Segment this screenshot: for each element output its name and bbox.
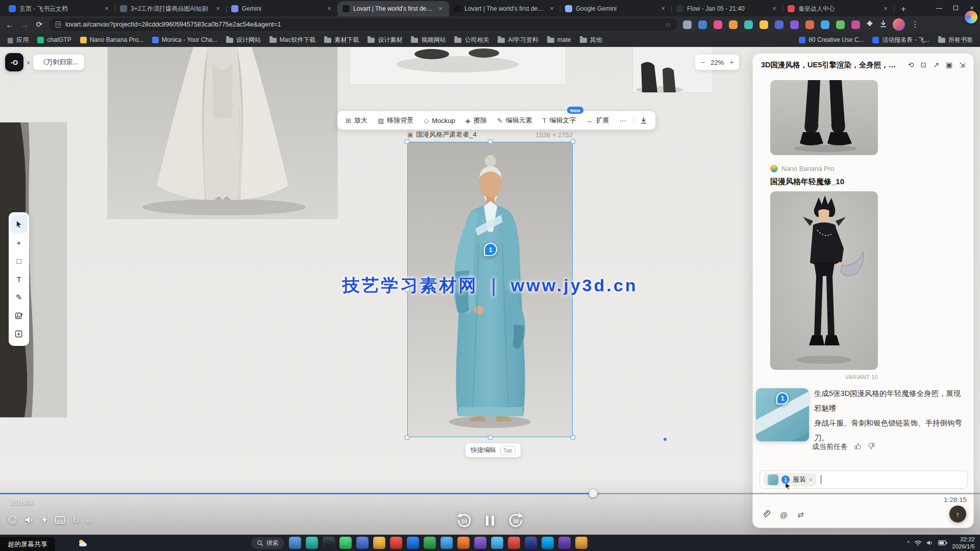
tab-close-icon[interactable]: × [436,5,445,13]
browser-menu-icon[interactable]: ⋮ [911,20,920,29]
bookmark-folder[interactable]: 公司相关 [454,36,489,44]
reference-thumbnail[interactable]: 1 [756,388,809,441]
tab-close-icon[interactable]: × [770,5,778,13]
add-tool[interactable]: + [11,233,27,252]
tray-chevron-icon[interactable]: ^ [907,540,910,546]
bookmark-folder[interactable]: mate [547,36,571,43]
preview-icon[interactable]: ⊡ [921,61,927,69]
resize-handle[interactable] [571,139,575,144]
extension-icon[interactable] [836,20,845,29]
edit-elements-button[interactable]: ✎编辑元素 [492,111,537,130]
project-title[interactable]: 《万剑归宗... [33,55,84,70]
zoom-out-button[interactable]: − [701,58,705,66]
share-icon[interactable]: ↗ [933,61,939,69]
forward-30-button[interactable]: 30 [507,512,524,529]
extension-icon[interactable] [805,20,814,29]
canvas-image-elder-white-robe[interactable] [108,47,337,219]
taskbar-widgets[interactable] [78,539,89,547]
battery-icon[interactable] [938,540,947,545]
all-bookmarks[interactable]: 所有书签 [938,36,973,44]
thumbs-up-icon[interactable] [854,442,862,452]
zoom-level[interactable]: 22% [710,59,724,66]
taskbar-app-icon[interactable] [373,537,385,549]
video-progress-bar[interactable] [0,493,980,494]
popout-icon[interactable]: ▣ [946,61,952,69]
extension-icon[interactable] [790,20,799,29]
forward-button[interactable]: → [20,20,29,29]
bookmark-apps[interactable]: ▦应用 [7,36,29,44]
pause-button[interactable] [486,516,494,525]
history-icon[interactable]: ⟲ [908,61,914,69]
resize-handle[interactable] [488,139,493,144]
element-marker[interactable]: 1 [484,243,497,256]
taskbar-app-icon[interactable] [474,537,486,549]
bookmark-folder[interactable]: 设计网站 [226,36,261,44]
lovart-logo[interactable]: -O [5,53,23,71]
tab-close-icon[interactable]: × [325,5,333,13]
address-bar[interactable]: lovart.ai/canvas?projectId=28cddc8960594… [50,18,677,31]
bookmark-star-icon[interactable]: ☆ [665,21,671,29]
export-tool[interactable] [11,325,27,343]
thumbs-down-icon[interactable] [868,442,875,452]
bookmark-folder[interactable]: 其他 [580,36,602,44]
browser-tab[interactable]: Google Gemini× [560,1,672,16]
loop-icon[interactable]: ↻ [72,516,79,525]
quick-edit-hint[interactable]: 快捷编辑 Tab [465,443,521,457]
bookmark-item[interactable]: 80 Creative Use C... [799,36,864,43]
extension-icon[interactable] [775,20,783,29]
edit-text-button[interactable]: T编辑文字New [537,111,581,130]
taskbar-app-icon[interactable] [323,537,335,549]
tab-close-icon[interactable]: × [214,5,222,13]
extension-icon[interactable] [744,20,753,29]
chevron-down-icon[interactable]: ∨ [809,477,813,482]
taskbar-app-icon[interactable] [306,537,318,549]
collapse-icon[interactable]: ⇲ [959,61,965,69]
taskbar-app-icon[interactable] [289,537,301,549]
resize-handle[interactable] [571,435,575,440]
taskbar-app-icon[interactable] [575,537,587,549]
bookmark-folder[interactable]: Mac软件下载 [270,36,316,44]
extension-icon[interactable] [760,20,768,29]
taskbar-app-icon[interactable] [525,537,537,549]
extension-icon[interactable] [698,20,707,29]
taskbar-app-icon[interactable] [558,537,571,549]
chat-image-young-cultivator[interactable] [770,191,878,370]
maximize-button[interactable] [947,5,964,12]
downloads-icon[interactable] [879,20,887,30]
tab-close-icon[interactable]: × [881,5,890,13]
bookmark-item[interactable]: Nano Banana Pro... [80,36,143,43]
canvas-image-feet-shadow[interactable] [350,47,566,84]
site-info-icon[interactable] [56,21,61,28]
taskbar-app-icon[interactable] [407,537,419,549]
mockup-button[interactable]: ◇Mockup [419,111,460,130]
taskbar-search[interactable]: 搜索 [251,537,284,549]
extension-icon[interactable] [821,20,829,29]
wifi-icon[interactable] [914,540,922,546]
select-tool[interactable] [11,215,27,233]
upscale-button[interactable]: ⊞放大 [340,111,373,130]
chat-image-legs[interactable] [770,80,878,155]
resize-handle[interactable] [405,139,409,144]
emoji-icon[interactable] [8,515,17,525]
bookmark-folder[interactable]: 素材下载 [324,36,359,44]
floating-assistant-badge[interactable] [965,11,977,23]
taskbar-app-icon[interactable] [390,537,402,549]
bookmark-folder[interactable]: 视频网站 [411,36,446,44]
extension-icon[interactable] [729,20,738,29]
pip-icon[interactable]: ∞ [87,516,92,525]
resize-handle[interactable] [488,435,493,440]
extension-icon[interactable] [714,20,722,29]
bookmark-folder[interactable]: 设计素材 [368,36,402,44]
reload-button[interactable]: ⟳ [35,20,44,29]
browser-tab[interactable]: 主页 - 飞书云文档× [4,1,115,16]
taskbar-app-icon[interactable] [542,537,554,549]
shape-tool[interactable]: □ [11,252,27,270]
taskbar-app-icon[interactable] [356,537,369,549]
tab-close-icon[interactable]: × [659,5,667,13]
taskbar-clock[interactable]: 22:22 2026/1/5 [952,536,975,550]
taskbar-app-icon[interactable] [440,537,453,549]
minimize-button[interactable]: — [931,5,947,12]
new-tab-button[interactable]: + [896,2,911,16]
taskbar-app-icon[interactable] [491,537,503,549]
browser-tab[interactable]: 秦皇达人中心× [783,1,894,16]
